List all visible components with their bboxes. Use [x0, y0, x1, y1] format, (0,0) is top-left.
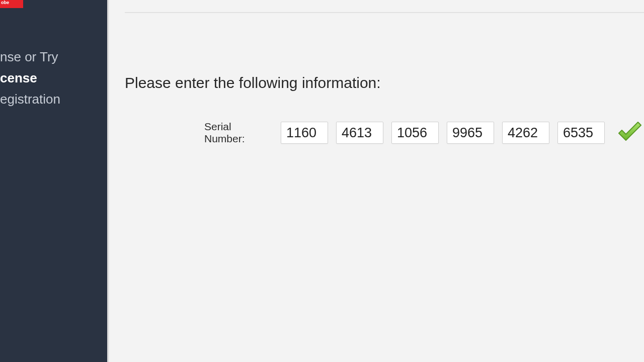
- prompt-text: Please enter the following information:: [125, 74, 381, 92]
- serial-number-row: Serial Number:: [204, 121, 644, 145]
- serial-number-label: Serial Number:: [204, 121, 271, 145]
- sidebar-item-license[interactable]: cense: [0, 67, 107, 88]
- sidebar-item-license-or-try[interactable]: nse or Try: [0, 46, 107, 67]
- adobe-logo-badge: obe: [0, 0, 23, 8]
- divider: [125, 12, 644, 13]
- sidebar-item-label: egistration: [0, 92, 60, 107]
- sidebar: obe nse or Try cense egistration: [0, 0, 109, 362]
- sidebar-nav: nse or Try cense egistration: [0, 46, 107, 110]
- sidebar-item-label: cense: [0, 70, 37, 85]
- serial-input-6[interactable]: [557, 122, 605, 144]
- serial-input-2[interactable]: [336, 122, 383, 144]
- sidebar-item-registration[interactable]: egistration: [0, 88, 107, 110]
- serial-input-1[interactable]: [281, 122, 328, 144]
- checkmark-icon: [616, 121, 644, 144]
- main-content: Please enter the following information: …: [109, 0, 644, 362]
- serial-input-5[interactable]: [502, 122, 549, 144]
- serial-input-3[interactable]: [391, 122, 439, 144]
- sidebar-item-label: nse or Try: [0, 49, 58, 64]
- logo-text-fragment: obe: [1, 0, 9, 5]
- serial-input-4[interactable]: [447, 122, 494, 144]
